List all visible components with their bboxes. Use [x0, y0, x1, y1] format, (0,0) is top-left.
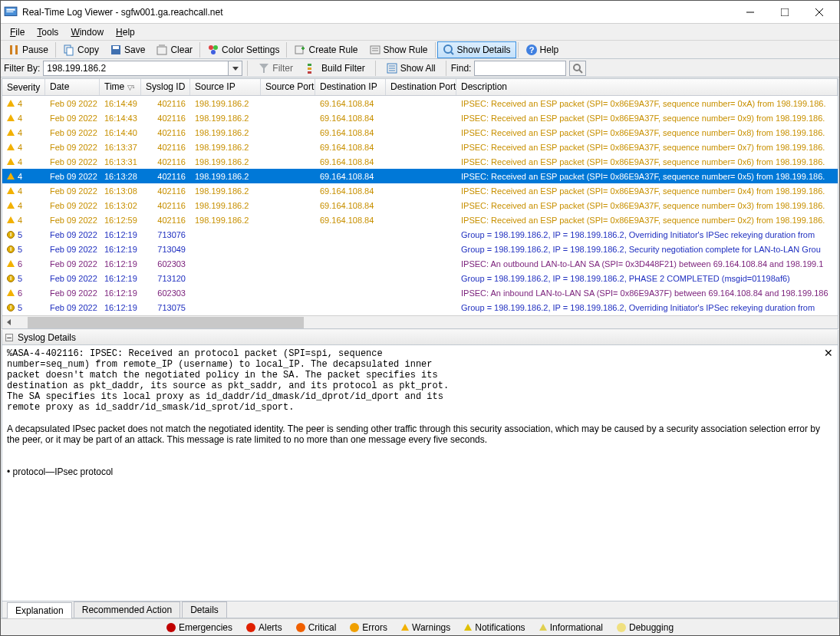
info-icon: i: [7, 231, 15, 239]
close-button[interactable]: [802, 1, 836, 23]
build-filter-icon: [307, 62, 319, 74]
syslog-template-line: The SA specifies its local proxy as id_d…: [7, 391, 833, 402]
save-button[interactable]: Save: [104, 41, 150, 58]
svg-line-38: [579, 70, 582, 73]
col-date[interactable]: Date: [45, 79, 100, 95]
status-bar: Emergencies Alerts Critical Errors Warni…: [1, 618, 839, 635]
help-button[interactable]: ? Help: [520, 41, 565, 58]
svg-point-16: [213, 45, 218, 50]
window-title: Real-Time Log Viewer - sgfw001.ga.reachc…: [22, 7, 733, 18]
horizontal-scrollbar[interactable]: [2, 315, 838, 328]
col-syslog-id[interactable]: Syslog ID: [141, 79, 190, 95]
col-source-ip[interactable]: Source IP: [190, 79, 261, 95]
table-header: Severity Date Time ▽¹ Syslog ID Source I…: [2, 79, 838, 96]
svg-rect-21: [371, 46, 380, 54]
svg-text:?: ?: [529, 45, 534, 54]
table-row[interactable]: 4Feb 09 202216:14:40402116198.199.186.26…: [2, 125, 838, 140]
col-severity[interactable]: Severity: [2, 79, 45, 95]
svg-marker-39: [7, 319, 11, 325]
create-rule-icon: [294, 44, 306, 56]
svg-point-17: [211, 50, 216, 54]
details-close-icon[interactable]: ✕: [824, 347, 833, 359]
find-button[interactable]: [569, 61, 586, 76]
col-dest-port[interactable]: Destination Port: [386, 79, 456, 95]
tab-recommended-action[interactable]: Recommended Action: [74, 601, 180, 618]
details-icon: [443, 44, 455, 56]
svg-rect-13: [157, 47, 166, 54]
show-all-icon: [386, 62, 398, 74]
col-time[interactable]: Time ▽¹: [100, 79, 141, 95]
menu-tools[interactable]: Tools: [31, 25, 64, 39]
table-row[interactable]: 4Feb 09 202216:12:59402116198.199.186.26…: [2, 213, 838, 227]
show-details-button[interactable]: Show Details: [437, 41, 516, 58]
warning-icon: [7, 289, 15, 296]
col-dest-ip[interactable]: Destination IP: [315, 79, 386, 95]
copy-button[interactable]: Copy: [58, 41, 104, 58]
warning-icon: [7, 260, 15, 267]
col-description[interactable]: Description: [456, 79, 838, 95]
filter-dropdown-icon[interactable]: [229, 61, 242, 76]
table-row[interactable]: 4Feb 09 202216:13:02402116198.199.186.26…: [2, 198, 838, 213]
build-filter-button[interactable]: Build Filter: [301, 60, 371, 77]
menu-help[interactable]: Help: [110, 25, 141, 39]
filter-btn-label: Filter: [272, 63, 293, 74]
build-filter-label: Build Filter: [321, 63, 365, 74]
filter-input[interactable]: [43, 61, 229, 76]
info-icon: i: [7, 304, 15, 311]
warning-icon: [7, 173, 15, 180]
svg-point-15: [209, 45, 213, 50]
tab-details[interactable]: Details: [182, 601, 227, 618]
filter-button[interactable]: Filter: [252, 60, 298, 77]
menu-bar: File Tools Window Help: [1, 24, 839, 41]
table-row[interactable]: i5Feb 09 202216:12:19713120Group = 198.1…: [2, 271, 838, 285]
find-input[interactable]: [474, 61, 566, 76]
create-rule-label: Create Rule: [308, 44, 357, 55]
table-row[interactable]: 4Feb 09 202216:13:37402116198.199.186.26…: [2, 140, 838, 154]
menu-window[interactable]: Window: [64, 25, 110, 39]
details-title: Syslog Details: [18, 332, 76, 343]
table-body[interactable]: 4Feb 09 202216:14:49402116198.199.186.26…: [2, 96, 838, 315]
save-label: Save: [124, 44, 145, 55]
table-row[interactable]: i5Feb 09 202216:12:19713049Group = 198.1…: [2, 242, 838, 256]
svg-rect-30: [308, 64, 311, 66]
table-row[interactable]: i5Feb 09 202216:12:19713075Group = 198.1…: [2, 300, 838, 315]
collapse-icon[interactable]: –: [5, 334, 13, 341]
clear-icon: [156, 44, 168, 56]
maximize-button[interactable]: [767, 1, 802, 23]
syslog-template-line: remote proxy as id_saddr/id_smask/id_spr…: [7, 402, 833, 413]
table-row[interactable]: 6Feb 09 202216:12:19602303IPSEC: An outb…: [2, 256, 838, 271]
show-all-button[interactable]: Show All: [380, 60, 441, 77]
create-rule-button[interactable]: Create Rule: [288, 41, 363, 58]
svg-rect-2: [6, 11, 13, 12]
table-row[interactable]: i5Feb 09 202216:12:19713076Group = 198.1…: [2, 227, 838, 242]
menu-file[interactable]: File: [4, 25, 31, 39]
search-icon: [572, 63, 583, 74]
details-paragraph: A decapsulated IPsec packet does not mat…: [7, 423, 833, 445]
table-row[interactable]: 4Feb 09 202216:14:43402116198.199.186.26…: [2, 110, 838, 125]
tab-explanation[interactable]: Explanation: [7, 602, 72, 618]
pause-button[interactable]: Pause: [2, 41, 54, 58]
details-body: ✕ %ASA-4-402116: IPSEC: Received an prot…: [2, 345, 838, 601]
clear-button[interactable]: Clear: [150, 41, 198, 58]
svg-marker-29: [259, 64, 268, 73]
table-row[interactable]: 4Feb 09 202216:13:08402116198.199.186.26…: [2, 183, 838, 198]
table-row[interactable]: 4Feb 09 202216:13:31402116198.199.186.26…: [2, 154, 838, 169]
table-row[interactable]: 4Feb 09 202216:13:28402116198.199.186.26…: [2, 169, 838, 183]
show-all-label: Show All: [400, 63, 436, 74]
minimize-button[interactable]: [733, 1, 767, 23]
svg-rect-32: [308, 71, 311, 74]
clear-label: Clear: [170, 44, 193, 55]
status-notifications: Notifications: [464, 622, 525, 633]
warning-icon: [464, 624, 472, 631]
table-row[interactable]: 4Feb 09 202216:14:49402116198.199.186.26…: [2, 96, 838, 110]
table-row[interactable]: 6Feb 09 202216:12:19602303IPSEC: An inbo…: [2, 285, 838, 300]
svg-rect-1: [6, 8, 15, 10]
pause-icon: [8, 44, 20, 56]
show-rule-button[interactable]: Show Rule: [364, 41, 433, 58]
details-bullet: • protocol—IPsec protocol: [7, 466, 833, 477]
status-informational: Informational: [539, 622, 603, 633]
syslog-template-line: destination as pkt_daddr, its source as …: [7, 381, 833, 391]
col-source-port[interactable]: Source Port: [261, 79, 315, 95]
warning-icon: [7, 129, 15, 136]
color-settings-button[interactable]: Color Settings: [202, 41, 285, 58]
